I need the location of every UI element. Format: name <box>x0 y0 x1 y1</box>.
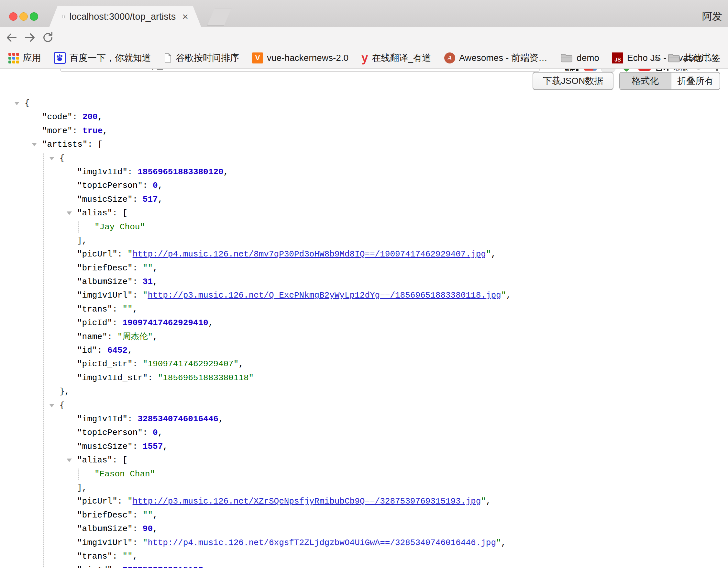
json-token: , <box>238 359 244 369</box>
json-line: }, <box>0 385 728 398</box>
json-line: "alias": [ <box>0 453 728 467</box>
json-token: , <box>218 414 224 424</box>
json-token: " <box>127 249 133 259</box>
youdao-icon: y <box>361 52 368 64</box>
json-token: 517 <box>143 195 158 204</box>
json-token: : <box>112 305 122 314</box>
json-token: , <box>153 263 158 273</box>
json-token: "img1v1Id" <box>77 414 127 424</box>
bookmark-items: 应用百度一下，你就知道谷歌按时间排序Vvue-hackernews-2.0y在线… <box>8 48 713 68</box>
json-line: "img1v1Id": 18569651883380120, <box>0 165 728 179</box>
reload-icon <box>41 31 54 44</box>
bookmark-item[interactable]: AAwesomes - 前端资… <box>444 52 547 64</box>
json-token: 0 <box>153 181 158 190</box>
other-bookmarks-folder[interactable]: 其他书签 <box>668 52 720 64</box>
json-token: , <box>127 346 133 355</box>
json-token: , <box>158 195 163 204</box>
json-line: "picUrl": "http://p4.music.126.net/8mv7q… <box>0 247 728 261</box>
maximize-window-button[interactable] <box>30 12 38 21</box>
browser-window: localhost:3000/top_artists × 阿发 localhos… <box>0 0 728 568</box>
json-token: , <box>208 318 214 328</box>
json-token: 200 <box>83 112 98 122</box>
json-line: "picUrl": "http://p3.music.126.net/XZrSQ… <box>0 495 728 508</box>
bookmark-item[interactable]: Vvue-hackernews-2.0 <box>252 52 348 63</box>
collapse-triangle-icon[interactable] <box>67 459 72 462</box>
json-token: 1557 <box>143 442 163 451</box>
json-token: 18569651883380120 <box>138 167 223 177</box>
minimize-window-button[interactable] <box>19 12 28 21</box>
collapse-triangle-icon[interactable] <box>67 211 72 215</box>
format-button[interactable]: 格式化 <box>620 72 671 89</box>
collapse-triangle-icon[interactable] <box>49 157 54 160</box>
json-token: "" <box>122 551 132 561</box>
collapse-triangle-icon[interactable] <box>32 143 37 146</box>
json-token: "artists" <box>42 139 87 149</box>
json-line: "name": "周杰伦", <box>0 330 728 344</box>
bookmarks-right-cluster: » 其他书签 <box>654 48 720 68</box>
bookmark-label: 应用 <box>23 52 41 64</box>
json-token: }, <box>60 387 70 396</box>
json-token: : <box>112 551 122 561</box>
bookmark-item[interactable]: 百度一下，你就知道 <box>54 52 151 64</box>
bookmarks-bar: 应用百度一下，你就知道谷歌按时间排序Vvue-hackernews-2.0y在线… <box>0 48 728 69</box>
new-tab-button[interactable] <box>207 8 232 26</box>
profile-name[interactable]: 阿发 <box>702 10 722 23</box>
collapse-all-button[interactable]: 折叠所有 <box>671 72 720 89</box>
folder-icon <box>560 53 573 63</box>
json-token: "alias" <box>77 208 112 218</box>
bookmark-item[interactable]: y在线翻译_有道 <box>361 52 431 64</box>
json-line: "musicSize": 517, <box>0 193 728 206</box>
json-token: "Eason Chan" <box>94 469 155 479</box>
collapse-triangle-icon[interactable] <box>14 102 19 105</box>
bookmark-label: 百度一下，你就知道 <box>70 52 151 64</box>
tab-title: localhost:3000/top_artists <box>69 11 176 22</box>
json-token: "topicPerson" <box>77 428 143 438</box>
bookmark-label: 在线翻译_有道 <box>372 52 431 64</box>
json-token: : [ <box>87 139 103 149</box>
json-token: , <box>506 291 511 300</box>
back-arrow-icon <box>5 31 18 44</box>
json-token: " <box>143 291 148 300</box>
reload-button[interactable] <box>41 31 54 44</box>
json-line: "img1v1Url": "http://p4.music.126.net/6x… <box>0 536 728 550</box>
json-token: { <box>60 401 65 410</box>
json-line: ], <box>0 234 728 247</box>
bookmark-item[interactable]: 应用 <box>8 52 41 64</box>
bookmark-label: Awesomes - 前端资… <box>459 52 547 64</box>
collapse-triangle-icon[interactable] <box>49 404 54 407</box>
browser-tab[interactable]: localhost:3000/top_artists × <box>49 6 201 27</box>
json-token: "" <box>122 305 132 314</box>
bookmark-item[interactable]: 谷歌按时间排序 <box>164 52 239 64</box>
bookmark-item[interactable]: demo <box>560 53 599 63</box>
json-line: "topicPerson": 0, <box>0 426 728 440</box>
json-token: "周杰伦" <box>117 332 153 342</box>
json-line: "alias": [ <box>0 206 728 220</box>
json-token: , <box>203 565 208 568</box>
forward-button[interactable] <box>23 31 36 44</box>
json-link[interactable]: http://p3.music.126.net/Q_ExePNkmgB2yWyL… <box>148 291 501 300</box>
json-token: : <box>112 565 122 568</box>
json-token: "code" <box>42 112 72 122</box>
json-token: , <box>501 538 506 548</box>
json-link[interactable]: http://p4.music.126.net/6xgsfT2ZLjdgzbwO… <box>148 538 496 548</box>
close-window-button[interactable] <box>9 12 17 21</box>
baidu-paw-icon <box>54 52 66 64</box>
json-line: "picId": 19097417462929410, <box>0 316 728 330</box>
bookmarks-overflow-chevron-icon[interactable]: » <box>654 52 659 63</box>
json-token: true <box>83 126 103 136</box>
tab-close-icon[interactable]: × <box>182 11 188 22</box>
json-token: : <box>107 332 117 342</box>
json-token: 6452 <box>107 346 127 355</box>
json-token: , <box>133 305 138 314</box>
json-link[interactable]: http://p3.music.126.net/XZrSQeNpsfjyRmib… <box>133 496 481 506</box>
json-token: , <box>163 442 168 451</box>
back-button[interactable] <box>5 31 18 44</box>
json-token: 0 <box>153 428 158 438</box>
json-token: : <box>143 181 153 190</box>
download-json-button[interactable]: 下载JSON数据 <box>533 72 613 90</box>
json-token: "img1v1Url" <box>77 291 133 300</box>
json-line: "topicPerson": 0, <box>0 179 728 192</box>
json-link[interactable]: http://p4.music.126.net/8mv7qP30Pd3oHW8b… <box>133 249 486 259</box>
json-token: { <box>60 153 65 163</box>
tab-strip: localhost:3000/top_artists × 阿发 <box>0 0 728 27</box>
